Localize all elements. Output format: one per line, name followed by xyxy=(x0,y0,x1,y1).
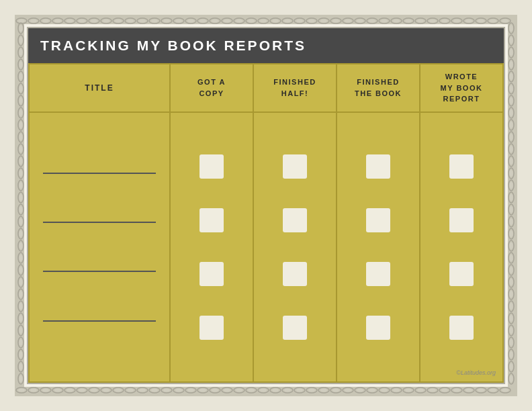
copyright-area: ©Latitudes.org xyxy=(456,365,496,377)
col-header-finished-book: FINISHED THE BOOK xyxy=(337,64,420,111)
checkbox-finished-half-3[interactable] xyxy=(283,262,307,286)
checkbox-got-copy-2[interactable] xyxy=(200,208,224,232)
table-body xyxy=(30,113,502,382)
table-header-row: TITLE GOT A COPY FINISHED HALF! xyxy=(30,64,502,113)
checkbox-finished-half-2[interactable] xyxy=(283,208,307,232)
checkbox-finished-book-4[interactable] xyxy=(366,316,390,340)
title-line-4 xyxy=(43,320,156,322)
title-line-2 xyxy=(43,222,156,223)
col-label-finished-book: FINISHED THE BOOK xyxy=(355,77,402,99)
page: // We'll do this in the main script belo… xyxy=(0,0,532,411)
title-line-1 xyxy=(43,173,156,174)
checkbox-got-copy-4[interactable] xyxy=(200,316,224,340)
got-copy-checkboxes xyxy=(171,113,254,382)
col-header-got-copy: GOT A COPY xyxy=(171,64,254,111)
checkbox-finished-book-3[interactable] xyxy=(366,262,390,286)
content-area: TRACKING MY BOOK REPORTS TITLE xyxy=(28,28,504,383)
col-label-wrote-report: WROTE MY BOOK REPORT xyxy=(441,71,483,105)
inner-frame: TRACKING MY BOOK REPORTS TITLE xyxy=(27,27,505,384)
page-title: TRACKING MY BOOK REPORTS xyxy=(40,38,492,54)
copyright-text: ©Latitudes.org xyxy=(456,369,496,376)
finished-half-checkboxes xyxy=(254,113,337,382)
checkbox-finished-half-1[interactable] xyxy=(283,154,307,179)
col-header-wrote-report: WROTE MY BOOK REPORT xyxy=(420,64,502,111)
checkbox-finished-half-4[interactable] xyxy=(283,316,307,340)
checkbox-wrote-report-4[interactable] xyxy=(449,316,474,340)
wrote-report-checkboxes xyxy=(420,113,502,382)
card: // We'll do this in the main script belo… xyxy=(15,15,517,396)
finished-book-checkboxes xyxy=(337,113,420,382)
col-header-title: TITLE xyxy=(30,64,171,111)
checkbox-got-copy-3[interactable] xyxy=(200,262,224,286)
tracking-table: TITLE GOT A COPY FINISHED HALF! xyxy=(28,63,504,383)
checkbox-finished-book-1[interactable] xyxy=(366,154,390,179)
checkbox-finished-book-2[interactable] xyxy=(366,208,390,232)
checkbox-wrote-report-2[interactable] xyxy=(449,208,474,232)
header-bar: TRACKING MY BOOK REPORTS xyxy=(28,28,504,63)
col-label-got-copy: GOT A COPY xyxy=(197,77,226,99)
checkbox-wrote-report-1[interactable] xyxy=(449,154,474,179)
title-lines-col xyxy=(30,113,171,382)
outer-frame: TRACKING MY BOOK REPORTS TITLE xyxy=(15,15,517,396)
checkbox-wrote-report-3[interactable] xyxy=(449,262,474,286)
col-label-finished-half: FINISHED HALF! xyxy=(273,77,316,99)
checkbox-got-copy-1[interactable] xyxy=(200,154,224,179)
col-header-finished-half: FINISHED HALF! xyxy=(254,64,337,111)
col-label-title: TITLE xyxy=(85,83,114,93)
title-line-3 xyxy=(43,271,156,272)
